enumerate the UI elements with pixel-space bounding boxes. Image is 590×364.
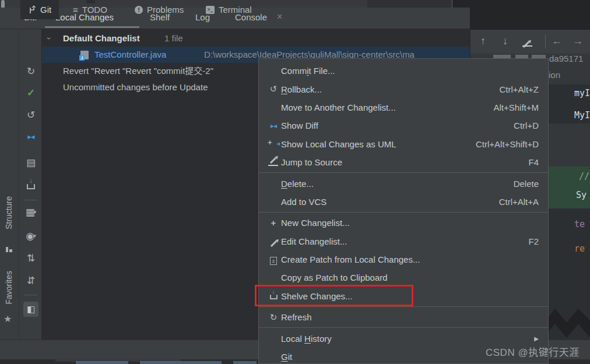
git-branch-icon: [28, 5, 36, 14]
collapse-all-icon[interactable]: ⇅: [20, 274, 42, 286]
refresh-icon: ↻: [266, 312, 281, 323]
rollback-icon[interactable]: ↺: [20, 109, 42, 121]
menu-item-commit-file[interactable]: Commit File...: [259, 62, 548, 80]
selected-tab-underline: [45, 26, 139, 28]
changelist-name: Uncommitted changes before Update: [63, 79, 208, 96]
menu-shortcut: Ctrl+Alt+Shift+D: [462, 139, 539, 149]
toolwindow-button-label: Git: [40, 5, 51, 15]
plus-icon: +: [266, 218, 281, 228]
previous-change-icon[interactable]: ↑: [480, 35, 486, 47]
structure-icon: [9, 249, 12, 252]
chevron-down-icon: ▾: [33, 233, 36, 239]
menu-item-jump-to-source[interactable]: Jump to Source F4: [259, 153, 548, 171]
toolwindow-button-label: Terminal: [219, 5, 252, 15]
pencil-icon: [266, 236, 281, 246]
commit-check-icon[interactable]: ✓: [20, 87, 42, 99]
toolwindow-button-label: Problems: [147, 5, 184, 15]
shelve-silently-icon[interactable]: ↓: [20, 181, 42, 192]
changes-toolbar: ↻ ✓ ↺ ▸◂ ▤ ↓ ▦▾ ◉▾ ⇅ ⇅ ◧: [20, 29, 42, 340]
code-fragment: MyI: [574, 110, 590, 121]
jump-to-source-icon: [266, 157, 281, 168]
terminal-icon: >_: [206, 6, 215, 14]
menu-shortcut: Delete: [500, 179, 539, 189]
sidebar-item-structure[interactable]: Structure: [4, 196, 13, 229]
toolwindow-button-git[interactable]: Git: [20, 0, 59, 19]
menu-separator: [259, 306, 548, 307]
menu-shortcut: F4: [514, 157, 539, 167]
menu-item-rollback[interactable]: ↺ Rollback... Ctrl+Alt+Z: [259, 80, 548, 98]
expand-all-icon[interactable]: ⇅: [20, 252, 42, 264]
menu-item-refresh[interactable]: ↻ Refresh: [259, 308, 548, 326]
toolwindow-button-label: TODO: [82, 5, 107, 15]
sidebar-item-favorites[interactable]: Favorites: [4, 271, 13, 305]
clipped-statusbar-content: [140, 361, 222, 364]
show-diff-icon[interactable]: ▸◂: [20, 132, 42, 141]
forward-icon[interactable]: →: [573, 35, 583, 47]
submenu-arrow-icon: ▶: [534, 335, 539, 342]
editor-background-region: [470, 0, 590, 29]
commit-hash-fragment: da95171: [549, 54, 583, 63]
menu-item-edit-changelist[interactable]: Edit Changelist... F2: [259, 232, 548, 250]
group-by-icon[interactable]: ▦▾: [20, 206, 42, 218]
menu-separator: [259, 212, 548, 213]
menu-separator: [259, 172, 548, 173]
problems-icon: !: [135, 6, 143, 14]
code-fragment: //: [579, 171, 589, 182]
menu-item-copy-as-patch[interactable]: Copy as Patch to Clipboard: [259, 268, 548, 287]
menu-shortcut: F2: [514, 236, 539, 246]
preview-diff-toggle-icon[interactable]: ◧: [23, 302, 38, 317]
menu-item-show-diff[interactable]: ▸◂ Show Diff Ctrl+D: [259, 116, 548, 135]
menu-item-move-to-another-changelist[interactable]: Move to Another Changelist... Alt+Shift+…: [259, 98, 548, 116]
changelist-header-row[interactable]: › Default Changelist 1 file: [42, 30, 470, 47]
changelist-comment-icon[interactable]: ▤: [20, 157, 42, 169]
changelist-name: Revert "Revert "Revert "commit提交-2": [63, 63, 213, 79]
view-options-icon[interactable]: ◉▾: [20, 230, 42, 242]
toolbar-separator: [545, 34, 546, 48]
changelist-file-count: 1 file: [164, 30, 183, 47]
context-menu: Commit File... ↺ Rollback... Ctrl+Alt+Z …: [258, 58, 549, 364]
jump-to-source-icon[interactable]: [522, 36, 538, 47]
menu-shortcut: Ctrl+Alt+A: [485, 197, 539, 207]
code-fragment: myI: [574, 88, 590, 98]
java-file-icon: J: [80, 51, 89, 59]
menu-item-delete[interactable]: Delete... Delete: [259, 174, 548, 192]
collapse-glyph: ⇅: [27, 274, 35, 286]
toolwindow-button-problems[interactable]: ! Problems: [127, 0, 191, 19]
refresh-icon[interactable]: ↻: [20, 65, 42, 77]
menu-item-add-to-vcs[interactable]: Add to VCS Ctrl+Alt+A: [259, 193, 548, 211]
chevron-down-icon: ▾: [34, 209, 37, 215]
diff-pane-toolbar: ↑ ↓ ← →: [470, 29, 590, 54]
menu-item-create-patch[interactable]: ± Create Patch from Local Changes...: [259, 250, 548, 268]
clipped-statusbar-content: [233, 361, 257, 364]
zigzag-decoration: [542, 303, 590, 339]
top-strip-divider: [452, 0, 452, 8]
menu-separator: [259, 327, 548, 328]
toolwindow-button-terminal[interactable]: >_ Terminal: [198, 0, 259, 19]
top-strip-mid-segment: [367, 0, 452, 8]
close-icon[interactable]: ×: [277, 12, 282, 22]
rollback-icon: ↺: [266, 84, 281, 94]
clipped-statusbar-content: [76, 361, 128, 364]
menu-shortcut: Ctrl+Alt+Z: [485, 84, 539, 94]
toolbar-separator: [24, 200, 37, 200]
code-fragment: te: [574, 219, 585, 229]
todo-list-icon: ≡: [73, 5, 78, 14]
chevron-down-icon[interactable]: ›: [42, 37, 57, 40]
menu-item-new-changelist[interactable]: + New Changelist...: [259, 214, 548, 232]
structure-icon: [6, 247, 8, 252]
ide-window: Git: Local Changes Shelf Log Console × S…: [0, 0, 590, 364]
next-change-icon[interactable]: ↓: [503, 35, 508, 47]
toolwindow-button-todo[interactable]: ≡ TODO: [65, 0, 115, 19]
java-badge: J: [79, 55, 85, 61]
code-fragment: re: [574, 243, 585, 254]
menu-shortcut: Ctrl+D: [500, 121, 539, 130]
file-name: TestController.java: [94, 47, 166, 63]
back-icon[interactable]: ←: [552, 35, 562, 47]
menu-shortcut: Alt+Shift+M: [479, 103, 539, 112]
menu-item-show-local-changes-as-uml[interactable]: +◂ Show Local Changes as UML Ctrl+Alt+Sh…: [259, 135, 548, 153]
red-highlight-box: [255, 285, 413, 306]
watermark: CSDN @执键行天涯: [486, 344, 580, 359]
toolbar-separator: [24, 295, 37, 295]
changelist-name: Default Changelist: [63, 30, 140, 47]
star-icon: ★: [3, 313, 12, 324]
